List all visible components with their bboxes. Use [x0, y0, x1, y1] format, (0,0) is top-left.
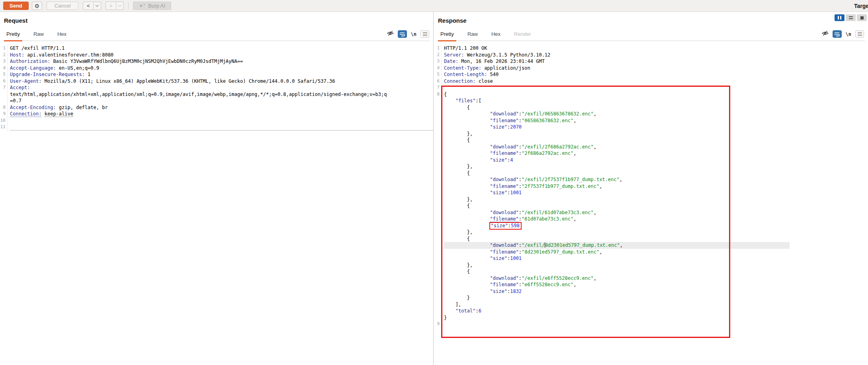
chevron-left-icon: <: [87, 3, 90, 9]
line-number: 5: [0, 71, 8, 78]
line-number: 1: [434, 45, 442, 52]
code-line: {: [434, 104, 868, 111]
line-content: },: [444, 229, 868, 236]
line-number: [434, 249, 442, 256]
forward-navigation-group: >: [106, 2, 124, 10]
tab-hex[interactable]: Hex: [489, 31, 503, 41]
back-navigation-group: <: [83, 2, 101, 10]
response-editor[interactable]: 1HTTP/1.1 200 OK2Server: Werkzeug/3.1.5 …: [434, 43, 868, 365]
code-line: "size":1832: [434, 288, 868, 295]
line-content: {: [444, 268, 868, 275]
line-number: [434, 236, 442, 242]
line-number: [0, 98, 8, 104]
line-content: "download":"/exfil/8d2301ed5797_dump.txt…: [444, 242, 868, 249]
line-content: "size":1832: [444, 288, 868, 295]
line-content: Accept-Encoding: gzip, deflate, br: [10, 104, 433, 111]
code-line: ],: [434, 301, 868, 308]
back-history-dropdown[interactable]: [94, 2, 101, 10]
code-line: 6Connection: close: [434, 78, 868, 85]
line-number: 8: [434, 91, 442, 98]
line-content: "size":4: [444, 157, 868, 164]
code-line: }: [434, 295, 868, 301]
tab-hex[interactable]: Hex: [55, 31, 69, 41]
line-content: "download":"/exfil/065863678632.enc",: [444, 111, 868, 117]
line-content: Upgrade-Insecure-Requests: 1: [10, 71, 433, 78]
forward-button[interactable]: >: [106, 2, 116, 10]
target-tab[interactable]: Target: [854, 0, 868, 12]
line-content: {: [444, 137, 868, 144]
tab-pretty[interactable]: Pretty: [4, 31, 22, 41]
hide-nonprinting-button[interactable]: [387, 30, 394, 38]
line-content: [10, 124, 433, 131]
line-content: [10, 117, 433, 124]
code-line: "filename":"61d07abe73c3.enc",: [434, 216, 868, 223]
burp-ai-button[interactable]: ✦✦ Burp AI: [133, 2, 171, 10]
code-line: {: [434, 268, 868, 275]
code-line: }: [434, 314, 868, 321]
code-line: 1GET /exfil HTTP/1.1: [0, 45, 433, 52]
line-number: [434, 131, 442, 137]
line-number: [434, 262, 442, 269]
cancel-button[interactable]: Cancel: [47, 2, 78, 10]
editor-menu-button[interactable]: [855, 30, 864, 38]
line-content: Accept:: [10, 84, 433, 91]
tab-pretty[interactable]: Pretty: [438, 31, 456, 41]
line-number: 7: [434, 84, 442, 91]
code-line: 4Accept-Language: en-US,en;q=0.9: [0, 65, 433, 72]
line-content: }: [444, 314, 868, 321]
line-content: },: [444, 163, 868, 170]
back-button[interactable]: <: [83, 2, 94, 10]
line-content: =0.7: [10, 98, 433, 104]
tab-raw[interactable]: Raw: [465, 31, 480, 41]
tab-raw[interactable]: Raw: [31, 31, 46, 41]
line-content: "filename":"065863678632.enc",: [444, 117, 868, 124]
line-number: [434, 196, 442, 203]
line-number: [434, 183, 442, 190]
line-content: text/html,application/xhtml+xml,applicat…: [10, 91, 433, 98]
code-line: "size":1001: [434, 255, 868, 262]
line-number: 3: [0, 58, 8, 65]
line-number: [434, 288, 442, 295]
editor-menu-button[interactable]: [420, 30, 429, 38]
line-content: Server: Werkzeug/3.1.5 Python/3.10.12: [444, 52, 868, 59]
forward-history-dropdown[interactable]: [116, 2, 124, 10]
response-title: Response: [438, 17, 865, 24]
settings-button[interactable]: ⚙: [32, 2, 42, 10]
line-content: [444, 84, 868, 91]
code-line: 5Upgrade-Insecure-Requests: 1: [0, 71, 433, 78]
line-number: [434, 301, 442, 308]
line-number: [434, 314, 442, 321]
line-content: "download":"/exfil/61d07abe73c3.enc",: [444, 209, 868, 216]
line-content: "files":[: [444, 98, 868, 104]
line-number: [434, 281, 442, 288]
line-number: [434, 275, 442, 282]
line-content: "download":"/exfil/2f7537f1b977_dump.txt…: [444, 176, 868, 183]
line-number: [434, 176, 442, 183]
line-number: 6: [0, 78, 8, 85]
line-number: [434, 203, 442, 209]
hide-nonprinting-button[interactable]: [822, 30, 829, 38]
code-line: 1HTTP/1.1 200 OK: [434, 45, 868, 52]
newline-toggle-button[interactable]: \n: [411, 31, 416, 37]
word-wrap-button[interactable]: [833, 30, 842, 38]
hamburger-icon: [423, 32, 427, 33]
line-number: [434, 137, 442, 144]
word-wrap-button[interactable]: [398, 30, 407, 38]
code-line: },: [434, 262, 868, 269]
tab-render[interactable]: Render: [512, 31, 534, 41]
repeater-panes: Request PrettyRawHex \n 1GET /exfil HTTP…: [0, 12, 868, 365]
hamburger-icon: [858, 32, 862, 33]
line-number: [434, 124, 442, 131]
code-line: },: [434, 196, 868, 203]
line-number: [434, 295, 442, 301]
code-line: 5Content-Length: 540: [434, 71, 868, 78]
send-button[interactable]: Send: [3, 2, 29, 10]
newline-toggle-button[interactable]: \n: [846, 31, 851, 37]
code-line: "filename":"2f7537f1b977_dump.txt.enc",: [434, 183, 868, 190]
line-content: {: [444, 236, 868, 242]
word-wrap-icon: [834, 32, 840, 37]
line-number: [434, 255, 442, 262]
line-content: ],: [444, 301, 868, 308]
request-editor[interactable]: 1GET /exfil HTTP/1.12Host: api.valentine…: [0, 43, 433, 365]
line-content: },: [444, 196, 868, 203]
